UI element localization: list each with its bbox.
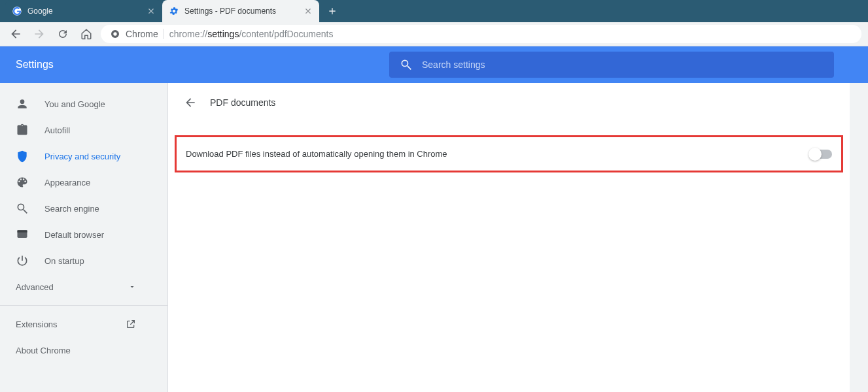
page-header: PDF documents [184, 96, 834, 109]
search-icon [400, 58, 413, 71]
gear-favicon [169, 6, 179, 16]
external-link-icon [126, 319, 136, 329]
sidebar-advanced[interactable]: Advanced [0, 274, 152, 300]
sidebar-item-label: Appearance [44, 178, 90, 188]
tab-title: Google [27, 7, 143, 16]
search-icon [16, 202, 29, 215]
sidebar-item-label: On startup [44, 256, 84, 266]
search-settings-box[interactable] [389, 52, 834, 78]
sidebar-item-label: You and Google [44, 99, 105, 109]
page-title: PDF documents [210, 97, 275, 108]
svg-point-2 [113, 32, 116, 35]
sidebar-item-autofill[interactable]: Autofill [0, 117, 167, 143]
pdf-download-toggle[interactable] [810, 150, 832, 159]
close-icon[interactable] [147, 7, 156, 16]
sidebar-item-label: Privacy and security [44, 152, 120, 161]
clipboard-icon [16, 123, 29, 137]
back-button[interactable] [7, 25, 25, 43]
tab-google[interactable]: Google [5, 0, 162, 22]
sidebar-item-label: Autofill [44, 125, 70, 135]
settings-main: PDF documents Download PDF files instead… [167, 83, 850, 392]
settings-content: You and Google Autofill Privacy and secu… [0, 83, 868, 392]
tab-settings[interactable]: Settings - PDF documents [162, 0, 319, 22]
browser-icon [16, 228, 29, 241]
search-settings-input[interactable] [422, 59, 824, 70]
chevron-down-icon [128, 283, 136, 291]
power-icon [16, 254, 29, 267]
sidebar-about-chrome[interactable]: About Chrome [0, 337, 167, 363]
sidebar-item-label: Default browser [44, 230, 104, 240]
settings-title: Settings [16, 59, 54, 71]
url-text: chrome://settings/content/pdfDocuments [169, 29, 334, 39]
sidebar-item-label: Search engine [44, 204, 99, 214]
forward-button [30, 25, 48, 43]
back-arrow-button[interactable] [184, 96, 197, 109]
sidebar-item-search-engine[interactable]: Search engine [0, 195, 167, 221]
tab-title: Settings - PDF documents [184, 7, 300, 16]
person-icon [16, 97, 29, 110]
advanced-label: Advanced [16, 282, 54, 292]
sidebar-item-on-startup[interactable]: On startup [0, 248, 167, 274]
sidebar-item-you-and-google[interactable]: You and Google [0, 91, 167, 117]
chrome-icon [110, 29, 120, 39]
palette-icon [16, 176, 29, 189]
sidebar-item-appearance[interactable]: Appearance [0, 169, 167, 195]
option-label: Download PDF files instead of automatica… [186, 149, 447, 159]
google-favicon [12, 6, 22, 16]
svg-rect-4 [18, 230, 27, 232]
settings-sidebar: You and Google Autofill Privacy and secu… [0, 83, 167, 392]
shield-icon [16, 150, 29, 163]
sidebar-item-privacy[interactable]: Privacy and security [0, 143, 167, 169]
about-label: About Chrome [16, 346, 71, 355]
reload-button[interactable] [54, 25, 72, 43]
browser-tab-bar: Google Settings - PDF documents [0, 0, 868, 22]
separator [164, 29, 164, 39]
new-tab-button[interactable] [323, 2, 341, 20]
address-bar: Chrome chrome://settings/content/pdfDocu… [0, 22, 868, 46]
sidebar-divider [0, 305, 167, 306]
sidebar-item-default-browser[interactable]: Default browser [0, 221, 167, 248]
pdf-download-option: Download PDF files instead of automatica… [175, 135, 843, 172]
sidebar-extensions[interactable]: Extensions [0, 311, 152, 337]
close-icon[interactable] [304, 7, 313, 16]
site-label: Chrome [126, 29, 158, 39]
omnibox[interactable]: Chrome chrome://settings/content/pdfDocu… [101, 25, 861, 43]
home-button[interactable] [77, 25, 95, 43]
extensions-label: Extensions [16, 319, 58, 329]
settings-header: Settings [0, 46, 868, 83]
